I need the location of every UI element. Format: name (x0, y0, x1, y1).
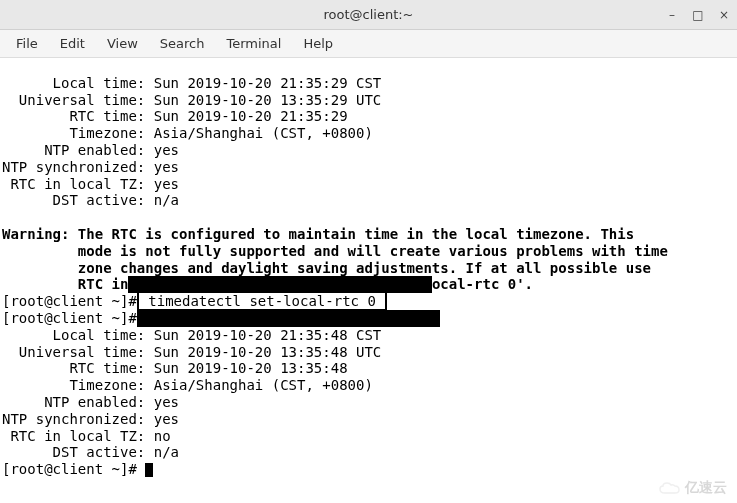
warning-line: Warning: The RTC is configured to mainta… (2, 226, 634, 242)
maximize-button[interactable]: □ (691, 8, 705, 22)
prompt: [root@client ~]# (2, 461, 145, 477)
output-line: DST active: n/a (2, 444, 179, 460)
terminal-cursor (145, 463, 153, 477)
output-line: Timezone: Asia/Shanghai (CST, +0800) (2, 377, 373, 393)
menu-edit[interactable]: Edit (50, 32, 95, 55)
window-title: root@client:~ (323, 7, 413, 22)
menu-search[interactable]: Search (150, 32, 215, 55)
menu-file[interactable]: File (6, 32, 48, 55)
warning-line: zone changes and daylight saving adjustm… (2, 260, 651, 276)
output-line: NTP synchronized: yes (2, 411, 179, 427)
menu-terminal[interactable]: Terminal (216, 32, 291, 55)
output-line: NTP enabled: yes (2, 142, 179, 158)
warning-line: RTC in (2, 276, 128, 292)
output-line: Local time: Sun 2019-10-20 21:35:48 CST (2, 327, 381, 343)
warning-line: mode is not fully supported and will cre… (2, 243, 668, 259)
terminal-output[interactable]: Local time: Sun 2019-10-20 21:35:29 CST … (0, 58, 737, 503)
minimize-button[interactable]: – (665, 8, 679, 22)
highlight-redaction (137, 310, 440, 327)
output-line: RTC time: Sun 2019-10-20 21:35:29 (2, 108, 348, 124)
output-line: NTP synchronized: yes (2, 159, 179, 175)
output-line: Universal time: Sun 2019-10-20 13:35:29 … (2, 92, 381, 108)
output-line: DST active: n/a (2, 192, 179, 208)
output-line: Universal time: Sun 2019-10-20 13:35:48 … (2, 344, 381, 360)
close-button[interactable]: × (717, 8, 731, 22)
window-controls: – □ × (665, 0, 731, 29)
output-line: RTC in local TZ: no (2, 428, 171, 444)
window-titlebar: root@client:~ – □ × (0, 0, 737, 30)
menu-view[interactable]: View (97, 32, 148, 55)
warning-line: ocal-rtc 0'. (432, 276, 533, 292)
output-line: Local time: Sun 2019-10-20 21:35:29 CST (2, 75, 381, 91)
prompt: [root@client ~]# (2, 310, 137, 326)
output-line: RTC in local TZ: yes (2, 176, 179, 192)
output-line: Timezone: Asia/Shanghai (CST, +0800) (2, 125, 373, 141)
highlighted-command: timedatectl set-local-rtc 0 (137, 291, 387, 311)
menu-help[interactable]: Help (293, 32, 343, 55)
output-line: RTC time: Sun 2019-10-20 13:35:48 (2, 360, 348, 376)
prompt: [root@client ~]# (2, 293, 137, 309)
menubar: File Edit View Search Terminal Help (0, 30, 737, 58)
output-line: NTP enabled: yes (2, 394, 179, 410)
